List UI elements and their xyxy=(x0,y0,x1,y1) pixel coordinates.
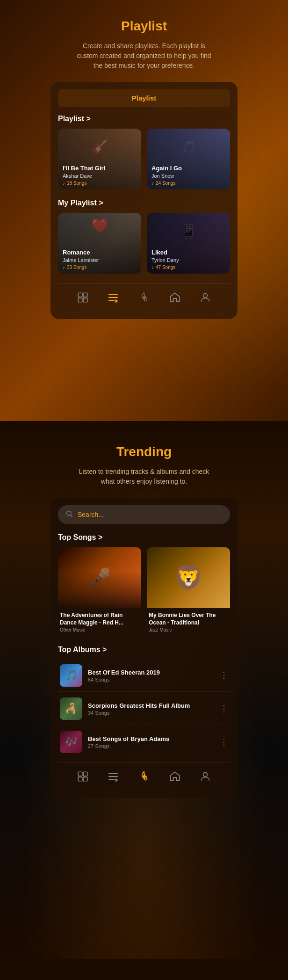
svg-point-9 xyxy=(67,511,71,515)
svg-rect-12 xyxy=(78,777,82,781)
concert-silhouette xyxy=(58,571,141,608)
svg-rect-0 xyxy=(78,293,82,297)
playlist-title: Playlist xyxy=(121,19,167,34)
playlist-grid: 🎸 I'll Be That Girl Akshar Dave ♪ 18 Son… xyxy=(58,129,230,189)
album-item-bryan-adams[interactable]: 🎶 Best Songs of Bryan Adams 27 Songs ⋮ xyxy=(58,726,230,758)
nav-home-icon[interactable] xyxy=(167,290,182,305)
music-note-icon: ♪ xyxy=(151,181,154,186)
album-info: Scorpions Greatest Hits Full Album 34 So… xyxy=(88,702,214,716)
playlist-card-liked[interactable]: 📱 Liked Tyrion Dany ♪ 47 Songs xyxy=(147,213,230,274)
song-thumb-lion: 🦁 xyxy=(147,547,230,608)
playlist-subtitle: Create and share playlists. Each playlis… xyxy=(74,41,214,71)
album-title: Scorpions Greatest Hits Full Album xyxy=(88,702,214,709)
card-artist: Jon Snow xyxy=(151,173,225,179)
trending-section: Trending Listen to trending tracks & alb… xyxy=(0,421,288,959)
trending-subtitle: Listen to trending tracks & albums and c… xyxy=(74,467,214,486)
nav-playlist-icon[interactable] xyxy=(106,290,121,305)
nav-music-icon[interactable] xyxy=(75,769,90,784)
album-item-scorpions[interactable]: 🦂 Scorpions Greatest Hits Full Album 34 … xyxy=(58,693,230,725)
svg-rect-14 xyxy=(83,777,87,781)
my-playlist-header: My Playlist > xyxy=(58,199,230,207)
song-genre: Jazz Music xyxy=(149,627,228,632)
card-artist: Tyrion Dany xyxy=(151,257,225,263)
top-songs-grid: 🎤 The Adventures of Rain Dance Maggie - … xyxy=(58,547,230,636)
album-songs: 27 Songs xyxy=(88,743,214,749)
album-thumb-ed: 🎵 xyxy=(60,664,82,687)
album-songs: 64 Songs xyxy=(88,677,214,682)
album-thumb-scorpions: 🦂 xyxy=(60,697,82,720)
card-songs: ♪ 18 Songs xyxy=(63,181,137,186)
bottom-nav-playlist xyxy=(58,283,230,312)
album-more-button[interactable]: ⋮ xyxy=(220,704,228,714)
playlist-card-ill-be-that-girl[interactable]: 🎸 I'll Be That Girl Akshar Dave ♪ 18 Son… xyxy=(58,129,141,189)
search-input[interactable] xyxy=(78,511,223,518)
playlist-section: Playlist Create and share playlists. Eac… xyxy=(0,0,288,421)
card-artist: Akshar Dave xyxy=(63,173,137,179)
song-title: My Bonnie Lies Over The Ocean - Traditio… xyxy=(149,612,228,626)
top-songs-header: Top Songs > xyxy=(58,533,230,542)
card-content: Again I Go Jon Snow ♪ 24 Songs xyxy=(147,161,230,189)
card-artist: Jaime Lannister xyxy=(63,257,137,263)
svg-marker-7 xyxy=(116,299,118,303)
card-songs: ♪ 24 Songs xyxy=(151,181,225,186)
bottom-nav-trending xyxy=(58,762,230,791)
nav-trending-icon[interactable] xyxy=(137,769,151,784)
card-title: Romance xyxy=(63,249,137,256)
card-title: Liked xyxy=(151,249,225,256)
svg-rect-3 xyxy=(83,298,87,302)
album-thumb-bryan: 🎶 xyxy=(60,731,82,753)
playlist-card-romance[interactable]: ❤️ Romance Jaime Lannister ♪ 33 Songs xyxy=(58,213,141,274)
music-note-icon: ♪ xyxy=(63,181,65,186)
nav-home-icon[interactable] xyxy=(167,769,182,784)
music-note-icon: ♪ xyxy=(151,265,154,270)
top-albums-header: Top Albums > xyxy=(58,646,230,654)
album-title: Best Of Ed Sheeran 2019 xyxy=(88,669,214,676)
song-info: My Bonnie Lies Over The Ocean - Traditio… xyxy=(147,608,230,636)
svg-point-19 xyxy=(203,773,208,777)
svg-line-10 xyxy=(71,515,72,517)
album-songs: 34 Songs xyxy=(88,710,214,716)
album-list: 🎵 Best Of Ed Sheeran 2019 64 Songs ⋮ 🦂 S… xyxy=(58,660,230,758)
svg-rect-13 xyxy=(83,772,87,776)
song-title: The Adventures of Rain Dance Maggie - Re… xyxy=(60,612,139,626)
svg-rect-2 xyxy=(83,293,87,297)
search-icon xyxy=(65,510,73,519)
card-content: Romance Jaime Lannister ♪ 33 Songs xyxy=(58,245,141,274)
song-info: The Adventures of Rain Dance Maggie - Re… xyxy=(58,608,141,636)
song-genre: Other Music xyxy=(60,627,139,632)
search-bar[interactable] xyxy=(58,505,230,524)
card-content: Liked Tyrion Dany ♪ 47 Songs xyxy=(147,245,230,274)
trending-title: Trending xyxy=(116,444,172,459)
playlist-tab-bar[interactable]: Playlist xyxy=(58,89,230,107)
card-content: I'll Be That Girl Akshar Dave ♪ 18 Songs xyxy=(58,161,141,189)
music-note-icon: ♪ xyxy=(63,265,65,270)
svg-rect-11 xyxy=(78,772,82,776)
nav-profile-icon[interactable] xyxy=(198,769,213,784)
playlist-card-again-i-go[interactable]: 🎵 Again I Go Jon Snow ♪ 24 Songs xyxy=(147,129,230,189)
song-thumb-concert: 🎤 xyxy=(58,547,141,608)
album-more-button[interactable]: ⋮ xyxy=(220,670,228,681)
svg-point-8 xyxy=(203,293,208,298)
trending-card-container: Top Songs > 🎤 The Adventures of Rain Dan… xyxy=(50,498,238,798)
nav-music-icon[interactable] xyxy=(75,290,90,305)
album-info: Best Of Ed Sheeran 2019 64 Songs xyxy=(88,669,214,682)
svg-rect-1 xyxy=(78,298,82,302)
nav-profile-icon[interactable] xyxy=(198,290,213,305)
song-card-rain-dance[interactable]: 🎤 The Adventures of Rain Dance Maggie - … xyxy=(58,547,141,636)
nav-playlist-icon[interactable] xyxy=(106,769,121,784)
song-card-my-bonnie[interactable]: 🦁 My Bonnie Lies Over The Ocean - Tradit… xyxy=(147,547,230,636)
card-songs: ♪ 47 Songs xyxy=(151,265,225,270)
nav-trending-icon[interactable] xyxy=(137,290,151,305)
album-item-ed-sheeran[interactable]: 🎵 Best Of Ed Sheeran 2019 64 Songs ⋮ xyxy=(58,660,230,692)
my-playlist-grid: ❤️ Romance Jaime Lannister ♪ 33 Songs 📱 xyxy=(58,213,230,274)
card-songs: ♪ 33 Songs xyxy=(63,265,137,270)
playlist-card-container: Playlist Playlist > 🎸 I'll Be That Girl … xyxy=(50,82,238,319)
lion-face: 🦁 xyxy=(174,564,203,591)
playlist-tab-label: Playlist xyxy=(132,94,157,102)
card-title: Again I Go xyxy=(151,165,225,172)
album-title: Best Songs of Bryan Adams xyxy=(88,735,214,742)
svg-marker-18 xyxy=(116,779,118,782)
album-info: Best Songs of Bryan Adams 27 Songs xyxy=(88,735,214,749)
playlist-header: Playlist > xyxy=(58,115,230,123)
album-more-button[interactable]: ⋮ xyxy=(220,737,228,747)
